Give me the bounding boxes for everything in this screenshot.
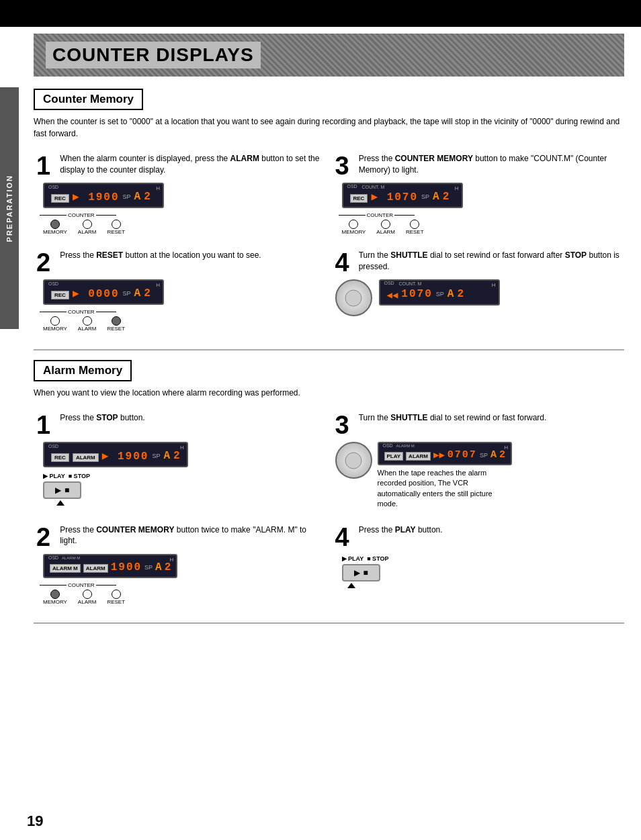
step-1-text: When the alarm counter is displayed, pre…	[60, 153, 323, 176]
counter-memory-description: When the counter is set to "0000" at a l…	[34, 115, 624, 140]
alarm-step-2: 2 Press the COUNTER MEMORY button twice …	[34, 520, 326, 609]
alarm-step-2-number: 2	[36, 524, 50, 550]
page-title: COUNTER DISPLAYS	[46, 42, 261, 68]
counter-memory-step-1: 1 When the alarm counter is displayed, p…	[34, 149, 326, 239]
step-4-number: 4	[335, 250, 349, 275]
counter-memory-step-4: 4 Turn the SHUTTLE dial to set rewind or…	[333, 246, 625, 336]
alarm-step-2-text: Press the COUNTER MEMORY button twice to…	[60, 524, 323, 547]
step-3-number: 3	[335, 153, 349, 179]
counter-memory-title: Counter Memory	[43, 93, 134, 105]
alarm-step-3-text: Turn the SHUTTLE dial to set rewind or f…	[359, 412, 547, 424]
step-4-text: Turn the SHUTTLE dial to set rewind or f…	[359, 250, 622, 273]
step-2-text: Press the RESET button at the location y…	[60, 250, 261, 261]
side-preparation-tab: PREPARATION	[0, 87, 19, 329]
alarm-memory-box: Alarm Memory	[34, 360, 132, 381]
step-3-text: Press the COUNTER MEMORY button to make …	[359, 153, 622, 176]
alarm-memory-title: Alarm Memory	[43, 364, 122, 377]
alarm-step-3-number: 3	[335, 412, 349, 438]
step-2-number: 2	[36, 250, 50, 275]
page-container: PREPARATION COUNTER DISPLAYS Counter Mem…	[0, 0, 641, 840]
top-bar	[0, 0, 641, 27]
page-number: 19	[27, 812, 43, 830]
alarm-step-1-text: Press the STOP button.	[60, 412, 145, 424]
shuttle-dial[interactable]	[335, 279, 372, 316]
counter-memory-step-2: 2 Press the RESET button at the location…	[34, 246, 326, 336]
counter-memory-steps: 1 When the alarm counter is displayed, p…	[34, 149, 624, 336]
alarm-step-4-number: 4	[335, 524, 349, 550]
preparation-label: PREPARATION	[5, 175, 13, 242]
alarm-step-3-side-text: When the tape reaches the alarm recorded…	[378, 468, 499, 510]
alarm-step-4-text: Press the PLAY button.	[359, 524, 443, 536]
main-content: COUNTER DISPLAYS Counter Memory When the…	[24, 27, 634, 640]
section-divider-1	[34, 349, 624, 351]
header-section: COUNTER DISPLAYS	[34, 34, 624, 77]
alarm-step-1: 1 Press the STOP button. OSD REC ALARM ▶…	[34, 408, 326, 514]
counter-memory-box: Counter Memory	[34, 89, 143, 110]
alarm-memory-description: When you want to view the location where…	[34, 387, 624, 399]
section-divider-2	[34, 622, 624, 624]
alarm-shuttle-dial[interactable]	[335, 442, 372, 479]
alarm-step-4: 4 Press the PLAY button. ▶ PLAY ■ STOP ▶	[333, 520, 625, 609]
alarm-step-1-number: 1	[36, 412, 50, 438]
alarm-memory-steps: 1 Press the STOP button. OSD REC ALARM ▶…	[34, 408, 624, 609]
alarm-step-3: 3 Turn the SHUTTLE dial to set rewind or…	[333, 408, 625, 514]
step-1-number: 1	[36, 153, 50, 179]
counter-memory-step-3: 3 Press the COUNTER MEMORY button to mak…	[333, 149, 625, 239]
